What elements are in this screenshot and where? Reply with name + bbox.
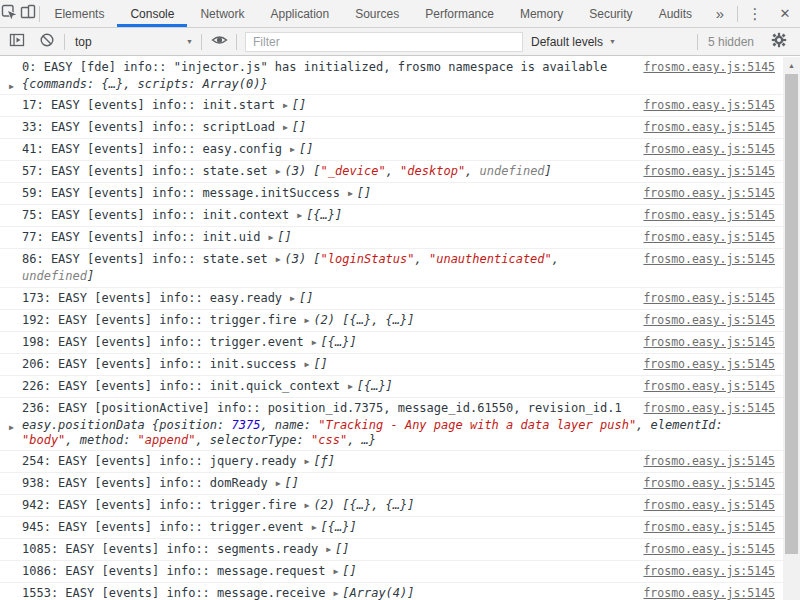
source-link[interactable]: frosmo.easy.js:5145: [643, 290, 775, 307]
expand-arrow-icon[interactable]: ▶: [305, 453, 310, 470]
source-link[interactable]: frosmo.easy.js:5145: [643, 378, 775, 395]
expand-arrow-icon[interactable]: ▶: [297, 207, 302, 224]
expand-arrow-icon[interactable]: ▶: [333, 585, 338, 600]
log-message: 1086: EASY [events] info:: message.reque…: [22, 563, 357, 580]
source-link[interactable]: frosmo.easy.js:5145: [643, 141, 775, 158]
close-icon: ✕: [780, 7, 791, 20]
device-toolbar-icon: [20, 4, 36, 24]
source-link[interactable]: frosmo.easy.js:5145: [643, 185, 775, 202]
source-link[interactable]: frosmo.easy.js:5145: [643, 475, 775, 492]
expand-arrow-icon[interactable]: ▶: [290, 141, 295, 158]
log-message: 236: EASY [positionActive] info:: positi…: [22, 400, 622, 417]
source-link[interactable]: frosmo.easy.js:5145: [643, 356, 775, 373]
expand-arrow-icon[interactable]: ▶: [276, 163, 281, 180]
string-value: "desktop": [400, 164, 465, 178]
source-link[interactable]: frosmo.easy.js:5145: [643, 97, 775, 114]
expand-arrow-icon[interactable]: ▶: [305, 312, 310, 329]
source-link[interactable]: frosmo.easy.js:5145: [643, 453, 775, 470]
tab-memory[interactable]: Memory: [507, 0, 576, 27]
tab-network[interactable]: Network: [187, 0, 257, 27]
console-log-row: 942: EASY [events] info:: trigger.fire▶(…: [0, 495, 783, 517]
expand-arrow-icon[interactable]: ▶: [276, 475, 281, 492]
toolbar-separator: [697, 34, 698, 50]
preview-token: []: [277, 230, 291, 244]
log-args-preview: (3) ["loginStatus", "unauthenticated", u…: [22, 252, 566, 283]
console-log-row: 206: EASY [events] info:: init.success▶[…: [0, 354, 783, 376]
source-link[interactable]: frosmo.easy.js:5145: [643, 497, 775, 514]
scrollbar-up-arrow-icon[interactable]: ▲: [783, 57, 800, 74]
expand-arrow-icon[interactable]: ▶: [283, 119, 288, 136]
tab-performance[interactable]: Performance: [412, 0, 507, 27]
console-log-row: 0: EASY [fde] info:: "injector.js" has i…: [0, 57, 783, 95]
preview-token: [{…}]: [306, 208, 342, 222]
source-link[interactable]: frosmo.easy.js:5145: [643, 229, 775, 246]
tab-application[interactable]: Application: [257, 0, 342, 27]
source-link[interactable]: frosmo.easy.js:5145: [643, 251, 775, 268]
expand-arrow-icon[interactable]: ▶: [348, 185, 353, 202]
inspect-element-button[interactable]: [0, 0, 18, 27]
live-expression-button[interactable]: [204, 32, 234, 52]
preview-token: ]: [545, 164, 552, 178]
expand-arrow-icon[interactable]: ▶: [312, 334, 317, 351]
preview-token: easy.positionData {position:: [22, 418, 232, 432]
context-selector-dropdown[interactable]: top ▼: [67, 32, 199, 52]
log-message: 41: EASY [events] info:: easy.config▶[]: [22, 141, 313, 158]
expand-arrow-icon[interactable]: ▶: [9, 420, 14, 435]
log-message: 254: EASY [events] info:: jquery.ready▶[…: [22, 453, 335, 470]
source-link[interactable]: frosmo.easy.js:5145: [643, 59, 775, 76]
expand-arrow-icon[interactable]: ▶: [326, 541, 331, 558]
device-toolbar-button[interactable]: [18, 0, 36, 27]
kebab-menu-icon: ⋮: [748, 6, 763, 21]
devtools-menu-button[interactable]: ⋮: [740, 0, 770, 27]
expand-arrow-icon[interactable]: ▶: [312, 519, 317, 536]
expand-arrow-icon[interactable]: ▶: [305, 497, 310, 514]
source-link[interactable]: frosmo.easy.js:5145: [643, 163, 775, 180]
object-preview[interactable]: ▶easy.positionData {position: 7375, name…: [22, 417, 775, 448]
source-link[interactable]: frosmo.easy.js:5145: [643, 312, 775, 329]
filter-input[interactable]: [245, 32, 523, 52]
log-message: 0: EASY [fde] info:: "injector.js" has i…: [22, 59, 607, 76]
preview-token: ,: [552, 252, 566, 266]
tab-audits[interactable]: Audits: [646, 0, 705, 27]
scrollbar-thumb[interactable]: [785, 74, 798, 554]
console-settings-button[interactable]: [764, 32, 794, 52]
preview-token: , method:: [65, 433, 137, 447]
log-args-preview: []: [342, 564, 356, 578]
log-args-preview: []: [335, 542, 349, 556]
source-link[interactable]: frosmo.easy.js:5145: [643, 334, 775, 351]
source-link[interactable]: frosmo.easy.js:5145: [643, 519, 775, 536]
more-tabs-icon: »: [716, 6, 724, 21]
log-args-preview: [{…}]: [306, 208, 342, 222]
tab-console[interactable]: Console: [117, 0, 187, 27]
source-link[interactable]: frosmo.easy.js:5145: [643, 541, 775, 558]
scrollbar[interactable]: ▲: [783, 57, 800, 600]
chevron-down-icon: ▼: [186, 38, 193, 45]
console-sidebar-toggle-button[interactable]: [2, 32, 32, 52]
more-tabs-button[interactable]: »: [705, 0, 735, 27]
expand-arrow-icon[interactable]: ▶: [333, 563, 338, 580]
expand-arrow-icon[interactable]: ▶: [305, 356, 310, 373]
expand-arrow-icon[interactable]: ▶: [276, 251, 281, 268]
log-args-preview: []: [299, 291, 313, 305]
source-link[interactable]: frosmo.easy.js:5145: [643, 207, 775, 224]
expand-arrow-icon[interactable]: ▶: [9, 79, 14, 94]
log-message: 17: EASY [events] info:: init.start▶[]: [22, 97, 306, 114]
clear-console-button[interactable]: [32, 32, 62, 52]
preview-token: {commands: {…}, scripts: Array(0)}: [22, 77, 268, 91]
tab-elements[interactable]: Elements: [41, 0, 117, 27]
log-message: 57: EASY [events] info:: state.set▶(3) […: [22, 163, 552, 180]
source-link[interactable]: frosmo.easy.js:5145: [643, 585, 775, 600]
expand-arrow-icon[interactable]: ▶: [268, 229, 273, 246]
source-link[interactable]: frosmo.easy.js:5145: [643, 119, 775, 136]
expand-arrow-icon[interactable]: ▶: [283, 97, 288, 114]
expand-arrow-icon[interactable]: ▶: [290, 290, 295, 307]
close-devtools-button[interactable]: ✕: [770, 0, 800, 27]
tab-sources[interactable]: Sources: [342, 0, 412, 27]
object-preview[interactable]: ▶{commands: {…}, scripts: Array(0)}: [22, 76, 775, 92]
source-link[interactable]: frosmo.easy.js:5145: [643, 400, 775, 417]
tab-security[interactable]: Security: [576, 0, 645, 27]
source-link[interactable]: frosmo.easy.js:5145: [643, 563, 775, 580]
console-log-row: 77: EASY [events] info:: init.uid▶[]fros…: [0, 227, 783, 249]
expand-arrow-icon[interactable]: ▶: [348, 378, 353, 395]
log-levels-dropdown[interactable]: Default levels ▼: [531, 35, 616, 49]
